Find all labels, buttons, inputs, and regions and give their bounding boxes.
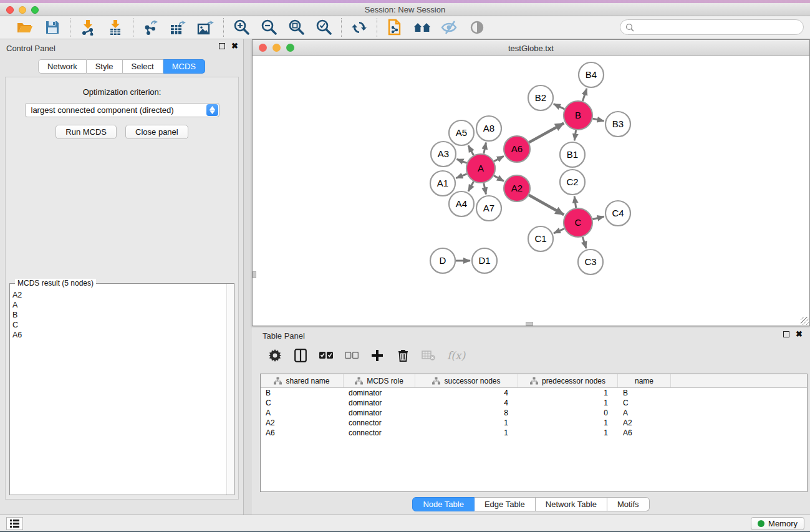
result-scrollbar[interactable] bbox=[226, 284, 234, 495]
node-B4[interactable]: B4 bbox=[579, 62, 604, 87]
node-A8[interactable]: A8 bbox=[476, 116, 501, 141]
edge-A6-B[interactable] bbox=[529, 123, 564, 143]
tab-edge-table[interactable]: Edge Table bbox=[475, 497, 536, 511]
node-C3[interactable]: C3 bbox=[578, 249, 603, 274]
tab-network-table[interactable]: Network Table bbox=[536, 497, 607, 511]
table-row[interactable]: A2connector11A2 bbox=[261, 418, 807, 428]
table-row[interactable]: A6connector11A6 bbox=[261, 428, 807, 438]
add-column-icon[interactable] bbox=[370, 349, 384, 362]
clone-network-icon[interactable] bbox=[386, 19, 403, 36]
column-header-successor-nodes[interactable]: successor nodes bbox=[415, 374, 518, 387]
mcds-result-item[interactable]: A bbox=[12, 300, 226, 310]
show-view-icon[interactable] bbox=[468, 19, 486, 36]
float-table-panel-icon[interactable] bbox=[783, 331, 789, 337]
run-mcds-button[interactable]: Run MCDS bbox=[55, 125, 117, 139]
mcds-result-list[interactable]: A2ABCA6 bbox=[10, 286, 226, 495]
table-row[interactable]: Cdominator41C bbox=[261, 398, 807, 408]
table-row[interactable]: Bdominator41B bbox=[261, 388, 807, 398]
tab-style[interactable]: Style bbox=[87, 59, 123, 74]
import-table-icon[interactable] bbox=[107, 19, 124, 36]
vertical-scroll-thumb[interactable] bbox=[253, 271, 256, 278]
function-builder-icon[interactable]: f(x) bbox=[447, 349, 465, 362]
node-B2[interactable]: B2 bbox=[528, 85, 553, 110]
apply-layout-icon[interactable] bbox=[350, 19, 368, 36]
edge-A-A7[interactable] bbox=[484, 183, 486, 195]
node-D[interactable]: D bbox=[430, 248, 455, 273]
close-panel-button[interactable]: Close panel bbox=[125, 125, 188, 139]
delete-table-icon[interactable] bbox=[422, 349, 435, 362]
edge-B-B3[interactable] bbox=[592, 118, 604, 121]
node-B3[interactable]: B3 bbox=[605, 112, 630, 137]
close-table-panel-icon[interactable]: ✖ bbox=[796, 331, 803, 337]
mcds-result-item[interactable]: C bbox=[12, 320, 226, 330]
edge-A-A5[interactable] bbox=[468, 145, 474, 155]
edge-B-B2[interactable] bbox=[554, 104, 564, 109]
zoom-out-icon[interactable] bbox=[260, 19, 277, 36]
edge-A-A2[interactable] bbox=[494, 176, 504, 181]
export-network-icon[interactable] bbox=[142, 19, 160, 36]
table-settings-gear-icon[interactable] bbox=[268, 349, 282, 362]
node-A2[interactable]: A2 bbox=[504, 175, 530, 201]
column-header-name[interactable]: name bbox=[618, 374, 671, 387]
export-image-icon[interactable] bbox=[197, 19, 215, 36]
node-D1[interactable]: D1 bbox=[472, 248, 497, 273]
table-row[interactable]: Adominator80A bbox=[261, 408, 807, 418]
tab-select[interactable]: Select bbox=[123, 59, 163, 74]
window-resize-grip[interactable] bbox=[801, 317, 809, 325]
import-network-icon[interactable] bbox=[79, 19, 97, 36]
delete-column-trash-icon[interactable] bbox=[396, 349, 410, 362]
search-input[interactable] bbox=[634, 21, 803, 34]
search-field[interactable] bbox=[620, 19, 804, 35]
edge-B-B4[interactable] bbox=[582, 89, 587, 101]
deselect-all-rows-icon[interactable] bbox=[345, 349, 359, 362]
criterion-dropdown[interactable]: largest connected component (directed) bbox=[25, 103, 219, 117]
edge-C-C2[interactable] bbox=[574, 196, 576, 208]
node-A6[interactable]: A6 bbox=[504, 136, 530, 162]
close-panel-icon[interactable]: ✖ bbox=[231, 43, 238, 49]
node-C4[interactable]: C4 bbox=[605, 201, 630, 226]
edge-A-A6[interactable] bbox=[494, 156, 504, 161]
node-A[interactable]: A bbox=[466, 154, 495, 183]
tab-network[interactable]: Network bbox=[38, 59, 87, 74]
zoom-selected-icon[interactable] bbox=[315, 19, 332, 36]
edge-C-C4[interactable] bbox=[592, 216, 604, 219]
node-A7[interactable]: A7 bbox=[476, 196, 501, 221]
column-browser-icon[interactable] bbox=[294, 349, 307, 362]
hide-graphics-icon[interactable] bbox=[441, 19, 458, 36]
column-header-predecessor-nodes[interactable]: predecessor nodes bbox=[518, 374, 618, 387]
column-header-shared-name[interactable]: shared name bbox=[261, 374, 344, 387]
tab-motifs[interactable]: Motifs bbox=[607, 497, 650, 511]
task-history-button[interactable] bbox=[6, 517, 23, 530]
network-canvas[interactable]: B4B2BB3B1A5A8A3A6AA1C2A4A7A2CC1C4C3DD1 bbox=[253, 56, 809, 326]
select-all-rows-icon[interactable] bbox=[319, 349, 333, 362]
home-reset-view-icon[interactable] bbox=[413, 19, 431, 36]
edge-C-C1[interactable] bbox=[554, 229, 564, 233]
float-panel-icon[interactable] bbox=[219, 43, 225, 49]
zoom-in-icon[interactable] bbox=[233, 19, 250, 36]
column-header-MCDS-role[interactable]: MCDS role bbox=[344, 374, 415, 387]
mcds-result-item[interactable]: A6 bbox=[12, 330, 226, 340]
zoom-fit-icon[interactable] bbox=[287, 19, 305, 36]
edge-B-B1[interactable] bbox=[574, 130, 576, 140]
node-A3[interactable]: A3 bbox=[431, 142, 456, 167]
node-C2[interactable]: C2 bbox=[560, 170, 585, 195]
edge-A-A4[interactable] bbox=[468, 181, 474, 191]
node-A1[interactable]: A1 bbox=[430, 171, 455, 196]
node-A4[interactable]: A4 bbox=[449, 191, 474, 216]
tab-node-table[interactable]: Node Table bbox=[412, 497, 475, 511]
edge-A2-C[interactable] bbox=[529, 195, 564, 215]
node-A5[interactable]: A5 bbox=[449, 120, 474, 145]
save-session-icon[interactable] bbox=[44, 19, 61, 36]
horizontal-scroll-thumb[interactable] bbox=[526, 322, 533, 326]
mcds-result-item[interactable]: B bbox=[12, 310, 226, 320]
node-B[interactable]: B bbox=[564, 101, 592, 130]
edge-A-A3[interactable] bbox=[456, 159, 466, 163]
edge-A-A8[interactable] bbox=[484, 143, 486, 154]
node-C1[interactable]: C1 bbox=[528, 226, 553, 251]
mcds-result-item[interactable]: A2 bbox=[12, 290, 226, 300]
memory-button[interactable]: Memory bbox=[751, 517, 804, 530]
tab-mcds[interactable]: MCDS bbox=[163, 59, 205, 74]
export-table-icon[interactable] bbox=[170, 19, 187, 36]
edge-C-C3[interactable] bbox=[582, 237, 586, 248]
node-B1[interactable]: B1 bbox=[560, 142, 585, 167]
